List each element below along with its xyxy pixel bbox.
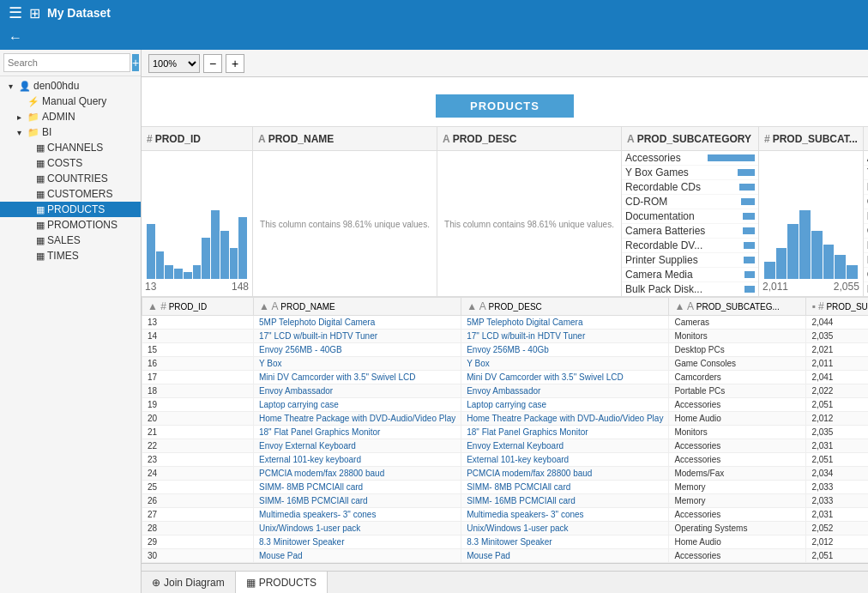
tree-item-customers[interactable]: ▦ CUSTOMERS	[0, 186, 141, 202]
tree-label: COUNTRIES	[47, 172, 108, 185]
th-prod-subc-num[interactable]: ▪ # PROD_SUBC...	[806, 298, 868, 316]
table-row[interactable]: 16Y BoxY BoxGame Consoles2,011Game Conso…	[142, 357, 869, 371]
tree-item-sales[interactable]: ▦ SALES	[0, 233, 141, 248]
table-cell: 14	[142, 330, 254, 343]
table-cell: 19	[142, 398, 254, 412]
table-row[interactable]: 23External 101-key keyboardExternal 101-…	[142, 453, 869, 467]
col-header-prod-subcatego: A PROD_SUBCATEGO...	[864, 127, 868, 151]
h-scrollbar[interactable]	[142, 563, 868, 571]
table-cell: 27	[142, 508, 254, 522]
table-cell: 2,012	[806, 536, 868, 549]
table-row[interactable]: 15Envoy 256MB - 40GBEnvoy 256MB - 40GbDe…	[142, 343, 869, 357]
table-icon: ▦	[36, 220, 45, 231]
zoom-in-button[interactable]: +	[226, 54, 244, 73]
tree-item-manual-query[interactable]: ⚡ Manual Query	[0, 94, 141, 109]
table-cell: Accessories	[669, 508, 806, 522]
table-row[interactable]: 19Laptop carrying caseLaptop carrying ca…	[142, 398, 869, 412]
table-cell: 29	[142, 536, 254, 549]
table-row[interactable]: 30Mouse PadMouse PadAccessories2,051Acce…	[142, 549, 869, 563]
table-row[interactable]: 26SIMM- 16MB PCMCIAll cardSIMM- 16MB PCM…	[142, 494, 869, 508]
table-cell: Y Box	[461, 357, 669, 371]
table-cell: Laptop carrying case	[254, 398, 461, 412]
subcat-item: Camera Media	[622, 268, 758, 282]
bar	[184, 272, 192, 279]
toolbar: 100% 75% 50% − +	[142, 50, 868, 77]
table-cell: 8.3 Minitower Speaker	[461, 536, 669, 549]
table-cell: 2,022	[806, 384, 868, 398]
add-button[interactable]: +	[132, 54, 139, 71]
table-cell: 28	[142, 522, 254, 536]
bar	[776, 248, 787, 279]
tree-item-den00hdu[interactable]: ▾ 👤 den00hdu	[0, 78, 141, 94]
chart-prod-subcat-num: 2,011 2,055	[759, 151, 863, 297]
menu-icon[interactable]: ☰	[9, 3, 22, 22]
tab-join-diagram[interactable]: ⊕ Join Diagram	[142, 572, 236, 593]
tree-item-countries[interactable]: ▦ COUNTRIES	[0, 171, 141, 186]
table-row[interactable]: 27Multimedia speakers- 3" conesMultimedi…	[142, 508, 869, 522]
table-row[interactable]: 28Unix/Windows 1-user packUnix/Windows 1…	[142, 522, 869, 536]
tree-item-admin[interactable]: ▸ 📁 ADMIN	[0, 109, 141, 124]
col-header-prod-desc: A PROD_DESC	[437, 127, 621, 151]
bar	[238, 217, 247, 279]
bar-chart-prod-id	[145, 210, 249, 279]
search-input[interactable]	[3, 53, 130, 72]
table-row[interactable]: 24PCMCIA modem/fax 28800 baudPCMCIA mode…	[142, 467, 869, 481]
unique-text-prod-desc: This column contains 98.61% unique value…	[437, 219, 621, 228]
table-cell: Envoy 256MB - 40Gb	[461, 343, 669, 357]
tree-item-times[interactable]: ▦ TIMES	[0, 248, 141, 263]
tree-label: BI	[42, 126, 51, 138]
table-cell: 2,041	[806, 371, 868, 384]
bar	[174, 269, 183, 279]
subcat-item: Camera Batteries	[622, 224, 758, 239]
subcat-bar	[744, 257, 755, 263]
tree-label: CHANNELS	[47, 142, 103, 154]
products-header: PRODUCTS	[142, 77, 868, 126]
subcat-item: Recordable DV...	[622, 239, 758, 253]
bar	[147, 224, 155, 279]
table-cell: SIMM- 8MB PCMCIAll card	[461, 481, 669, 494]
back-button[interactable]: ←	[9, 30, 22, 45]
bottom-tabs: ⊕ Join Diagram ▦ PRODUCTS	[142, 571, 868, 593]
table-row[interactable]: 135MP Telephoto Digital Camera5MP Teleph…	[142, 316, 869, 330]
tree-item-channels[interactable]: ▦ CHANNELS	[0, 140, 141, 155]
table-row[interactable]: 2118" Flat Panel Graphics Monitor18" Fla…	[142, 426, 869, 439]
th-prod-desc[interactable]: ▲ A PROD_DESC	[461, 298, 669, 316]
table-cell: 17	[142, 371, 254, 384]
th-prod-id[interactable]: ▲ # PROD_ID	[142, 298, 254, 316]
subcat-item: Camera Batteries	[864, 224, 868, 239]
tree-item-bi[interactable]: ▾ 📁 BI	[0, 124, 141, 140]
table-cell: Monitors	[669, 426, 806, 439]
col-header-prod-subcategory: A PROD_SUBCATEGORY	[622, 127, 758, 151]
table-row[interactable]: 1417" LCD w/built-in HDTV Tuner17" LCD w…	[142, 330, 869, 343]
table-cell: PCMCIA modem/fax 28800 baud	[254, 467, 461, 481]
table-icon: ▦	[36, 235, 45, 246]
tree-item-costs[interactable]: ▦ COSTS	[0, 155, 141, 171]
table-cell: Y Box	[254, 357, 461, 371]
table-row[interactable]: 17Mini DV Camcorder with 3.5" Swivel LCD…	[142, 371, 869, 384]
zoom-out-button[interactable]: −	[203, 54, 222, 73]
table-cell: Modems/Fax	[669, 467, 806, 481]
th-prod-subcateg[interactable]: ▲ A PROD_SUBCATEG...	[669, 298, 806, 316]
tree-item-products[interactable]: ▦ PRODUCTS	[0, 202, 141, 217]
subcat-item: Documentation	[864, 209, 868, 224]
zoom-select[interactable]: 100% 75% 50%	[148, 54, 200, 73]
table-row[interactable]: 298.3 Minitower Speaker8.3 Minitower Spe…	[142, 536, 869, 549]
tree-label: PRODUCTS	[47, 203, 105, 215]
col-header-prod-id: # PROD_ID	[142, 127, 252, 151]
col-prod-id: # PROD_ID	[142, 127, 253, 297]
table-cell: Mini DV Camcorder with 3.5" Swivel LCD	[254, 371, 461, 384]
table-row[interactable]: 18Envoy AmbassadorEnvoy AmbassadorPortab…	[142, 384, 869, 398]
table-row[interactable]: 20Home Theatre Package with DVD-Audio/Vi…	[142, 412, 869, 426]
bar	[823, 245, 835, 279]
table-cell: Game Consoles	[669, 357, 806, 371]
table-row[interactable]: 22Envoy External KeyboardEnvoy External …	[142, 439, 869, 453]
table-cell: 2,051	[806, 453, 868, 467]
th-prod-name[interactable]: ▲ A PROD_NAME	[254, 298, 461, 316]
type-icon-prod-name: A	[258, 133, 266, 145]
table-cell: 5MP Telephoto Digital Camera	[254, 316, 461, 330]
table-cell: Accessories	[669, 453, 806, 467]
tree-item-promotions[interactable]: ▦ PROMOTIONS	[0, 217, 141, 233]
table-row[interactable]: 25SIMM- 8MB PCMCIAll cardSIMM- 8MB PCMCI…	[142, 481, 869, 494]
tab-products[interactable]: ▦ PRODUCTS	[236, 572, 328, 593]
table-icon: ▦	[36, 142, 45, 154]
